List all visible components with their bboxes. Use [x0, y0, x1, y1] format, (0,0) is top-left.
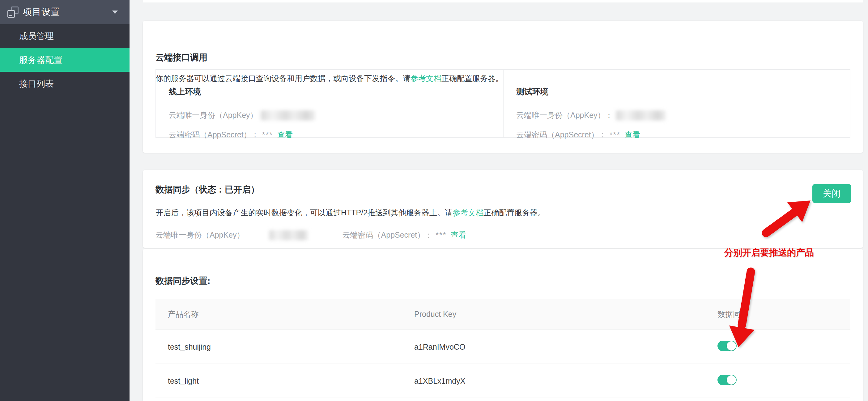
table-row: test_light a1XBLx1mdyX: [155, 364, 850, 398]
test-appkey-label: 云端唯一身份（AppKey）：: [516, 110, 613, 120]
products-table: 产品名称 Product Key 数据同步 test_shuijing a1Ra…: [155, 299, 850, 398]
sync-toggle-test-shuijing[interactable]: [717, 341, 737, 351]
sync-appsecret-label: 云端密码（AppSecret）：: [342, 230, 433, 240]
data-sync-description: 开启后，该项目内设备产生的实时数据变化，可以通过HTTP/2推送到其他服务器上。…: [155, 208, 545, 218]
product-name-cell: test_shuijing: [155, 343, 414, 351]
online-environment-panel: 线上环境 云端唯一身份（AppKey） 云端密码（AppSecret）： ***…: [156, 70, 503, 137]
sidebar-header-project-settings[interactable]: 项目设置: [0, 0, 129, 24]
sync-appkey-label: 云端唯一身份（AppKey）: [155, 230, 245, 240]
product-name-cell: test_light: [155, 377, 414, 385]
test-appkey-row: 云端唯一身份（AppKey）：: [516, 110, 850, 120]
sidebar-header-label: 项目设置: [23, 6, 60, 18]
sidebar-item-member-management[interactable]: 成员管理: [0, 24, 129, 48]
table-row: test_shuijing a1RanIMvoCO: [155, 330, 850, 364]
test-environment-title: 测试环境: [516, 86, 850, 97]
test-appsecret-label: 云端密码（AppSecret）：: [516, 130, 607, 140]
online-appkey-row: 云端唯一身份（AppKey）: [169, 110, 503, 120]
chevron-down-icon: [112, 10, 118, 14]
data-sync-title: 数据同步（状态：已开启）: [155, 184, 259, 196]
online-appkey-redacted-value: [261, 111, 315, 120]
sidebar-item-api-list[interactable]: 接口列表: [0, 72, 129, 95]
reference-doc-link[interactable]: 参考文档: [453, 208, 484, 217]
online-appsecret-masked: ***: [262, 130, 273, 139]
cloud-api-title: 云端接口调用: [155, 52, 208, 63]
online-appsecret-view-link[interactable]: 查看: [277, 130, 293, 140]
sync-toggle-test-light[interactable]: [717, 375, 737, 385]
previous-card-bottom-strip: [143, 0, 863, 2]
online-environment-title: 线上环境: [169, 86, 503, 97]
cloud-api-card: 云端接口调用 你的服务器可以通过云端接口查询设备和用户数据，或向设备下发指令。请…: [143, 21, 863, 153]
sync-appsecret-masked: ***: [436, 230, 446, 239]
sync-appsecret-view-link[interactable]: 查看: [451, 230, 466, 240]
online-appsecret-label: 云端密码（AppSecret）：: [169, 130, 259, 140]
disable-sync-button[interactable]: 关闭: [812, 184, 851, 203]
environment-panels: 线上环境 云端唯一身份（AppKey） 云端密码（AppSecret）： ***…: [155, 69, 850, 138]
test-environment-panel: 测试环境 云端唯一身份（AppKey）： 云端密码（AppSecret）： **…: [503, 70, 850, 137]
test-appsecret-view-link[interactable]: 查看: [625, 130, 640, 140]
project-stack-icon: [7, 6, 19, 18]
test-appkey-redacted-value: [616, 111, 665, 120]
data-sync-card: 数据同步（状态：已开启） 关闭 开启后，该项目内设备产生的实时数据变化，可以通过…: [143, 170, 863, 248]
test-appsecret-row: 云端密码（AppSecret）： *** 查看: [516, 130, 850, 140]
header-data-sync: 数据同步: [717, 309, 850, 319]
sync-appkey-redacted-value: [269, 230, 308, 240]
product-key-cell: a1RanIMvoCO: [414, 343, 717, 351]
test-appsecret-masked: ***: [610, 130, 620, 139]
product-key-cell: a1XBLx1mdyX: [414, 377, 717, 385]
online-appsecret-row: 云端密码（AppSecret）： *** 查看: [169, 130, 503, 140]
header-product-key: Product Key: [414, 310, 717, 319]
sync-settings-title: 数据同步设置:: [155, 275, 210, 287]
online-appkey-label: 云端唯一身份（AppKey）: [169, 110, 258, 120]
data-sync-desc-text: 开启后，该项目内设备产生的实时数据变化，可以通过HTTP/2推送到其他服务器上。…: [155, 208, 453, 217]
header-product-name: 产品名称: [155, 309, 414, 319]
data-sync-desc-tail: 正确配置服务器。: [484, 208, 545, 217]
sync-settings-card: 数据同步设置: 产品名称 Product Key 数据同步 test_shuij…: [143, 249, 863, 401]
sidebar: 项目设置 成员管理 服务器配置 接口列表: [0, 0, 129, 401]
sidebar-item-server-config[interactable]: 服务器配置: [0, 48, 129, 72]
sync-credentials-row: 云端唯一身份（AppKey） 云端密码（AppSecret）： *** 查看: [155, 230, 466, 240]
table-header-row: 产品名称 Product Key 数据同步: [155, 299, 850, 330]
